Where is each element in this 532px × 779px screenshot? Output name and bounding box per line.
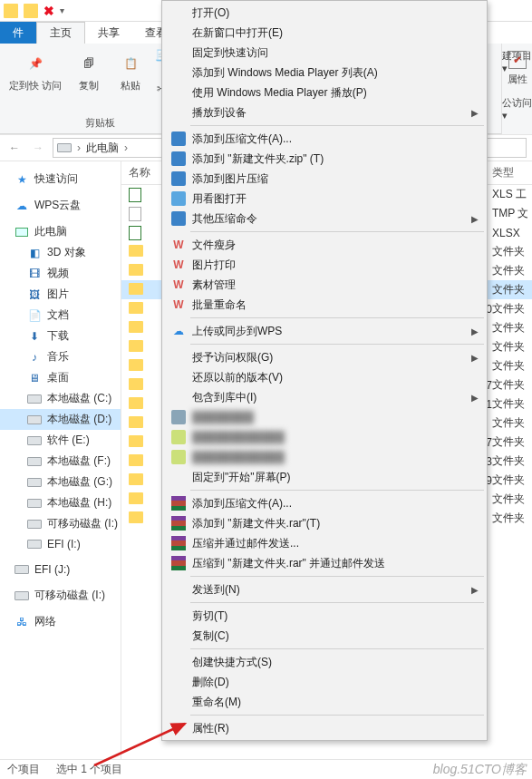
sidebar-drive-e[interactable]: 软件 (E:): [0, 430, 121, 451]
copy-icon: 🗐: [74, 49, 103, 78]
ctx-rar-mail[interactable]: 压缩并通过邮件发送...: [163, 533, 486, 553]
copy-button[interactable]: 🗐 复制: [71, 47, 107, 93]
access-button[interactable]: 公访问 ▾: [502, 96, 532, 122]
ctx-wps-print[interactable]: W图片打印: [163, 255, 486, 275]
wps-icon: W: [169, 298, 189, 311]
ctx-zip-named[interactable]: 添加到 "新建文件夹.zip" (T): [163, 149, 486, 169]
sidebar-drive-d[interactable]: 本地磁盘 (D:): [0, 409, 121, 430]
ctx-include-library[interactable]: 包含到库中(I)▶: [163, 387, 486, 407]
separator: [190, 344, 484, 345]
ctx-wps-batch[interactable]: W批量重命名: [163, 295, 486, 315]
watermark: blog.51CTO博客: [433, 762, 527, 778]
drive-icon: [27, 496, 42, 511]
sidebar-desktop[interactable]: 🖥桌面: [0, 367, 121, 388]
sidebar-network[interactable]: 🖧网络: [0, 611, 121, 632]
zip-icon: [169, 171, 189, 186]
sidebar-removable-i1[interactable]: 可移动磁盘 (I:): [0, 513, 121, 534]
ctx-copy[interactable]: 复制(C): [163, 626, 486, 646]
ctx-rar-add-named[interactable]: 添加到 "新建文件夹.rar"(T): [163, 513, 486, 533]
sidebar-drive-c[interactable]: 本地磁盘 (C:): [0, 388, 121, 409]
ctx-wps-asset[interactable]: W素材管理: [163, 275, 486, 295]
pc-icon: [15, 225, 29, 239]
sidebar-efi-j[interactable]: EFI (J:): [0, 560, 121, 579]
ctx-blurred-1[interactable]: ████████: [163, 407, 486, 427]
ctx-create-shortcut[interactable]: 创建快捷方式(S): [163, 652, 486, 672]
ctx-blurred-3[interactable]: ████████████: [163, 447, 486, 467]
ctx-wmp-list[interactable]: 添加到 Windows Media Player 列表(A): [163, 63, 486, 83]
sidebar-this-pc[interactable]: 此电脑: [0, 221, 121, 242]
paste-button[interactable]: 📋 粘贴: [112, 47, 149, 93]
breadcrumb-this-pc[interactable]: 此电脑: [86, 141, 119, 156]
sidebar-drive-h[interactable]: 本地磁盘 (H:): [0, 492, 121, 513]
ctx-send-to[interactable]: 发送到(N)▶: [163, 579, 486, 599]
folder-icon: [129, 435, 143, 450]
sidebar-music[interactable]: ♪音乐: [0, 346, 121, 367]
separator: [190, 576, 484, 577]
ctx-wps-slim[interactable]: W文件瘦身: [163, 235, 486, 255]
ctx-rar-mail-named[interactable]: 压缩到 "新建文件夹.rar" 并通过邮件发送: [163, 553, 486, 573]
wps-icon: W: [169, 239, 189, 251]
ctx-previous-versions[interactable]: 还原以前的版本(V): [163, 367, 486, 387]
pin-button[interactable]: 📌 定到快 访问: [5, 47, 65, 93]
sidebar-removable-i2[interactable]: 可移动磁盘 (I:): [0, 585, 121, 606]
context-menu: 打开(O) 在新窗口中打开(E) 固定到快速访问 添加到 Windows Med…: [161, 0, 488, 741]
ctx-rename[interactable]: 重命名(M): [163, 692, 486, 712]
checkbox-icon: ✔ 属性: [503, 51, 532, 86]
ctx-grant-access[interactable]: 授予访问权限(G)▶: [163, 347, 486, 367]
dropdown-icon[interactable]: ▾: [60, 5, 64, 15]
separator: [190, 602, 484, 603]
ctx-blurred-2[interactable]: ████████████: [163, 427, 486, 447]
tab-file[interactable]: 件: [0, 22, 36, 44]
network-icon: 🖧: [15, 615, 29, 629]
sidebar-efi-i[interactable]: EFI (I:): [0, 534, 121, 554]
tab-home[interactable]: 主页: [36, 22, 85, 44]
ctx-zip-a[interactable]: 添加到压缩文件(A)...: [163, 129, 486, 149]
forward-button[interactable]: →: [29, 141, 47, 154]
back-button[interactable]: ←: [5, 141, 24, 154]
sidebar-3d-objects[interactable]: ◧3D 对象: [0, 242, 121, 263]
drive-icon: [27, 475, 42, 490]
sidebar-quick-access[interactable]: ★快速访问: [0, 169, 121, 190]
folder-icon: [129, 340, 143, 355]
ctx-wps-upload[interactable]: ☁上传或同步到WPS▶: [163, 321, 486, 341]
ctx-other-compress[interactable]: 其他压缩命令▶: [163, 209, 486, 229]
separator: [190, 125, 484, 126]
drive-icon: [27, 413, 42, 427]
tab-share[interactable]: 共享: [85, 22, 132, 44]
ctx-wmp-play[interactable]: 使用 Windows Media Player 播放(P): [163, 83, 486, 102]
col-type[interactable]: 类型: [492, 165, 532, 180]
nav-tree[interactable]: ★快速访问 ☁WPS云盘 此电脑 ◧3D 对象 🎞视频 🖼图片 📄文档 ⬇下载 …: [0, 161, 121, 759]
sidebar-drive-g[interactable]: 本地磁盘 (G:): [0, 472, 121, 492]
sidebar-wps-cloud[interactable]: ☁WPS云盘: [0, 195, 121, 216]
sidebar-pictures[interactable]: 🖼图片: [0, 284, 121, 305]
paste-icon: 📋: [116, 49, 145, 78]
pin-icon: 📌: [21, 49, 50, 78]
ctx-cast[interactable]: 播放到设备▶: [163, 102, 486, 122]
wps-icon: W: [169, 258, 189, 271]
ctx-delete[interactable]: 删除(D): [163, 672, 486, 692]
file-icon: [129, 188, 143, 202]
ctx-open-new-window[interactable]: 在新窗口中打开(E): [163, 23, 486, 43]
ctx-zip-image[interactable]: 添加到图片压缩: [163, 169, 486, 189]
ctx-pin-quick[interactable]: 固定到快速访问: [163, 43, 486, 63]
drive-icon: [27, 454, 42, 469]
drive-icon: [27, 433, 42, 448]
separator: [190, 648, 484, 649]
sidebar-drive-f[interactable]: 本地磁盘 (F:): [0, 451, 121, 472]
download-icon: ⬇: [27, 329, 42, 344]
sidebar-videos[interactable]: 🎞视频: [0, 263, 121, 284]
ctx-rar-add[interactable]: 添加到压缩文件(A)...: [163, 493, 486, 513]
folder-icon: [129, 397, 143, 412]
ctx-open-with-img[interactable]: 用看图打开: [163, 189, 486, 209]
rar-icon: [169, 556, 189, 570]
ctx-properties[interactable]: 属性(R): [163, 718, 486, 738]
ctx-open[interactable]: 打开(O): [163, 3, 486, 23]
ctx-cut[interactable]: 剪切(T): [163, 606, 486, 626]
chevron-right-icon: ▶: [471, 393, 479, 403]
sidebar-downloads[interactable]: ⬇下载: [0, 326, 121, 346]
folder-icon: [24, 4, 38, 18]
ctx-pin-start[interactable]: 固定到"开始"屏幕(P): [163, 467, 486, 487]
zip-icon: [169, 211, 189, 226]
chevron-right-icon: ▶: [471, 326, 479, 336]
sidebar-documents[interactable]: 📄文档: [0, 305, 121, 326]
